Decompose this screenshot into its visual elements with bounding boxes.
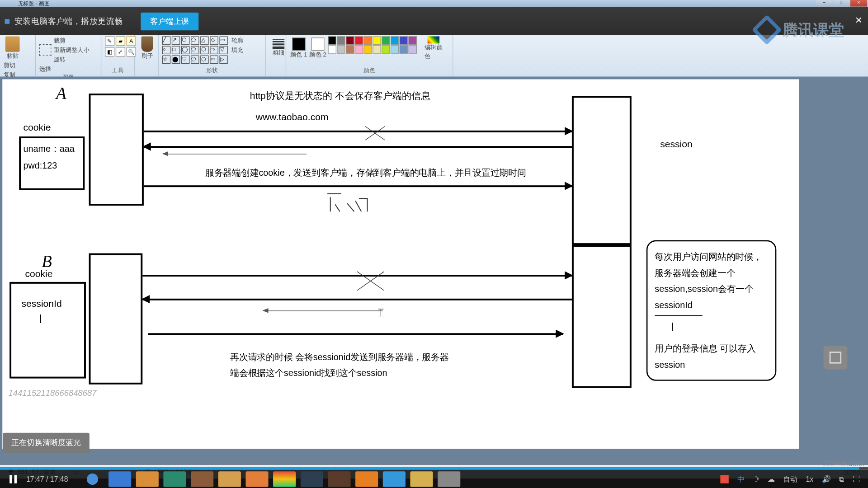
fill-tool-icon[interactable]: ▰ bbox=[116, 36, 125, 46]
tencent-ketang-logo: 腾讯课堂 bbox=[756, 19, 844, 40]
color-swatch[interactable] bbox=[409, 45, 417, 53]
install-tip: 安装电脑客户端，播放更流畅 bbox=[14, 16, 123, 27]
session-explain-box: 每次用户访问网站的时候，服务器端会创建一个session,session会有一个… bbox=[646, 240, 777, 381]
color-swatch[interactable] bbox=[337, 36, 345, 44]
color-swatch[interactable] bbox=[346, 45, 354, 53]
win-close[interactable]: × bbox=[850, 0, 867, 7]
select-icon[interactable] bbox=[39, 44, 51, 56]
taskbar-chrome-icon[interactable] bbox=[273, 471, 296, 487]
uname-text: uname：aaa bbox=[23, 144, 74, 155]
ribbon-clipboard-group: 粘贴 剪切 复制 剪贴板 bbox=[0, 35, 36, 76]
video-auto-button[interactable]: 自动 bbox=[783, 474, 797, 484]
fullscreen-icon[interactable]: ⛶ bbox=[853, 475, 860, 483]
canvas-scroll-area[interactable]: A http协议是无状态的 不会保存客户端的信息 www.taobao.com … bbox=[0, 77, 868, 464]
taskbar-folder-icon[interactable] bbox=[136, 471, 159, 487]
ribbon-shapes-group: ╱↗⬡⬠△◇▭ ○□◯⬠⬡⇨▽ ☆⬤♡⬠⬡⇦▷ 轮廓 填充 形状 bbox=[159, 35, 266, 76]
arrow-res-1 bbox=[144, 146, 572, 148]
color2-button[interactable]: 颜色 2 bbox=[309, 36, 327, 60]
overlay-close-icon[interactable]: × bbox=[855, 13, 862, 27]
shapes-group-label: 形状 bbox=[162, 66, 262, 75]
color-swatch[interactable] bbox=[382, 36, 390, 44]
color-swatch[interactable] bbox=[373, 36, 381, 44]
resend-desc: 再次请求的时候 会将sessionid发送到服务器端，服务器端会根据这个sess… bbox=[230, 349, 451, 381]
paint-window-title: 无标题 - 画图 − □ × bbox=[0, 0, 868, 7]
paint-canvas[interactable]: A http协议是无状态的 不会保存客户端的信息 www.taobao.com … bbox=[2, 79, 799, 449]
color-swatch[interactable] bbox=[337, 45, 345, 53]
feedback-cube-button[interactable] bbox=[824, 346, 848, 370]
sketch-letter-b: B bbox=[42, 252, 52, 271]
diagram-url: www.taobao.com bbox=[256, 112, 329, 123]
color-swatch[interactable] bbox=[364, 36, 372, 44]
color-palette[interactable] bbox=[328, 36, 423, 53]
color-swatch[interactable] bbox=[400, 45, 408, 53]
diagram-title: http协议是无状态的 不会保存客户端的信息 bbox=[250, 90, 431, 103]
color-swatch[interactable] bbox=[355, 36, 363, 44]
client-b-box bbox=[89, 253, 143, 385]
taskbar-app6-icon[interactable] bbox=[410, 471, 433, 487]
color-swatch[interactable] bbox=[346, 36, 354, 44]
pip-icon[interactable]: ⧉ bbox=[839, 475, 844, 483]
crop-button[interactable]: 裁剪 bbox=[54, 36, 90, 44]
ribbon-size-group: 粗细 bbox=[266, 35, 286, 76]
tray-ime[interactable]: 中 bbox=[737, 474, 745, 484]
video-progress[interactable] bbox=[0, 467, 868, 469]
brush-button[interactable]: 刷子 bbox=[138, 36, 156, 60]
taskbar-firefox-icon[interactable] bbox=[355, 471, 378, 487]
arrow-req-1 bbox=[144, 131, 572, 132]
taskbar-app5-icon[interactable] bbox=[328, 471, 351, 487]
taskbar-app7-icon[interactable] bbox=[438, 471, 460, 487]
color-swatch[interactable] bbox=[382, 45, 390, 53]
brand-dot-icon bbox=[5, 19, 10, 24]
win-max[interactable]: □ bbox=[833, 0, 850, 7]
shape-outline-button[interactable]: 轮廓 bbox=[231, 36, 243, 44]
color-swatch[interactable] bbox=[364, 45, 372, 53]
tray-cloud-icon[interactable]: ☁ bbox=[768, 475, 775, 483]
tray-moon-icon[interactable]: ☽ bbox=[753, 475, 760, 483]
color-swatch[interactable] bbox=[328, 36, 336, 44]
video-speed-button[interactable]: 1x bbox=[806, 475, 813, 483]
rotate-button[interactable]: 旋转 bbox=[54, 56, 90, 64]
color1-button[interactable]: 颜色 1 bbox=[290, 36, 308, 60]
win-min[interactable]: − bbox=[816, 0, 832, 7]
cookie-b-box bbox=[9, 282, 86, 379]
sketch-x-1 bbox=[363, 121, 387, 145]
taskbar-app2-icon[interactable] bbox=[191, 471, 213, 487]
edit-colors-button[interactable]: 编辑颜色 bbox=[425, 36, 443, 60]
shapes-gallery[interactable]: ╱↗⬡⬠△◇▭ ○□◯⬠⬡⇨▽ ☆⬤♡⬠⬡⇦▷ bbox=[162, 36, 228, 64]
watermark-id: 1441152118666848687 bbox=[8, 388, 96, 398]
csdn-watermark: CSDN @摇滚侠 bbox=[822, 460, 865, 468]
size-button[interactable]: 粗细 bbox=[269, 36, 288, 60]
arrow-req-2 bbox=[144, 185, 572, 187]
color-swatch[interactable] bbox=[391, 45, 399, 53]
shape-fill-button[interactable]: 填充 bbox=[231, 46, 243, 54]
pause-button[interactable] bbox=[5, 471, 22, 488]
paint-window-controls: − □ × bbox=[816, 0, 867, 7]
cut-button[interactable]: 剪切 bbox=[4, 61, 15, 70]
paste-button[interactable]: 粘贴 bbox=[4, 36, 22, 60]
taskbar-app1-icon[interactable] bbox=[163, 471, 186, 487]
pencil-tool-icon[interactable]: ✎ bbox=[105, 36, 114, 46]
taskbar-word-icon[interactable] bbox=[383, 471, 406, 487]
volume-icon[interactable]: 🔊 bbox=[822, 475, 831, 483]
sketch-doodle-1 bbox=[325, 192, 373, 216]
color-swatch[interactable] bbox=[400, 36, 408, 44]
sessionid-text: sessionId bbox=[21, 299, 61, 310]
taskbar-app3-icon[interactable] bbox=[218, 471, 241, 487]
color-swatch[interactable] bbox=[355, 45, 363, 53]
taskbar-sublime-icon[interactable] bbox=[301, 471, 323, 487]
resize-button[interactable]: 重新调整大小 bbox=[54, 46, 90, 54]
eraser-tool-icon[interactable]: ◧ bbox=[105, 47, 114, 56]
color-swatch[interactable] bbox=[391, 36, 399, 44]
taskbar-ie-icon[interactable] bbox=[108, 471, 131, 487]
sketch-letter-a: A bbox=[56, 84, 66, 103]
logo-diamond-icon bbox=[752, 14, 782, 45]
taskbar-start-icon[interactable] bbox=[81, 471, 104, 487]
client-class-button[interactable]: 客户端上课 bbox=[141, 12, 198, 30]
tray-icon-1[interactable] bbox=[721, 475, 729, 483]
taskbar-app4-icon[interactable] bbox=[246, 471, 269, 487]
picker-tool-icon[interactable]: ⤢ bbox=[116, 47, 125, 56]
color-swatch[interactable] bbox=[409, 36, 417, 44]
color-swatch[interactable] bbox=[373, 45, 381, 53]
color-swatch[interactable] bbox=[328, 45, 336, 53]
pwd-text: pwd:123 bbox=[23, 160, 57, 170]
